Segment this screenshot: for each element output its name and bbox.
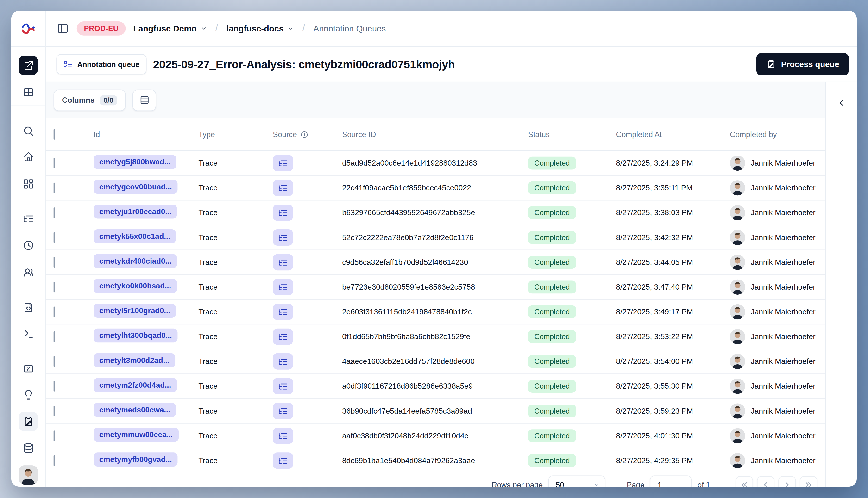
avatar-photo [730,255,745,270]
item-id-pill[interactable]: cmetykdr400ciad0... [93,254,177,268]
clock-icon [22,239,34,251]
type-cell: Trace [198,382,273,390]
source-trace-chip[interactable] [273,229,293,246]
item-id-pill[interactable]: cmetylt3m00d2ad... [93,353,175,367]
source-trace-chip[interactable] [273,403,293,419]
source-id-cell: 8dc69b1ba1e540b4d084a7f9262a3aae [342,456,528,465]
item-id-pill[interactable]: cmetymmuw00cea... [93,428,178,442]
sidebar-item-external-link[interactable] [18,56,38,75]
completed-at-cell: 8/27/2025, 3:53:22 PM [616,332,730,341]
source-trace-chip[interactable] [273,155,293,171]
row-checkbox[interactable] [54,257,55,267]
source-trace-chip[interactable] [273,329,293,345]
column-header-source[interactable]: Source [273,130,342,139]
item-id-pill[interactable]: cmetyg5j800bwad... [93,155,176,169]
sidebar-item-user-avatar[interactable] [18,465,38,485]
sidebar-item-home[interactable] [18,147,38,166]
sidebar-item-file-code[interactable] [18,298,38,317]
item-id-pill[interactable]: cmetyk55x00c1ad... [93,229,176,244]
process-queue-button[interactable]: Process queue [756,53,849,76]
breadcrumb-project-selector[interactable]: langfuse-docs [226,24,294,33]
pagination-chevrons-right-button[interactable] [800,476,817,487]
source-id-cell: 0f1dd65b7bb9bf6ba8a6cbb82c1529fe [342,332,528,341]
completed-by-cell: Jannik Maierhoefer [730,230,820,245]
column-header-completed-by[interactable]: Completed by [730,130,820,139]
source-id-cell: 2e603f31361115db24198478840b1f2c [342,307,528,316]
pagination-chevron-left-button[interactable] [757,476,775,487]
item-id-pill[interactable]: cmetyko0k00bsad... [93,279,177,293]
row-checkbox[interactable] [54,306,55,317]
search-icon [22,125,34,136]
row-checkbox[interactable] [54,430,55,441]
expand-panel-button[interactable] [833,95,849,110]
avatar-photo [730,279,745,295]
column-header-source-id[interactable]: Source ID [342,130,528,139]
item-id-pill[interactable]: cmetyju1r00ccad0... [93,205,177,219]
sidebar-item-database[interactable] [18,438,38,458]
sidebar-item-terminal[interactable] [18,324,38,343]
item-id-pill[interactable]: cmetyl5r100grad0... [93,304,176,318]
column-header-completed-at[interactable]: Completed At [616,130,730,139]
rows-per-page-select[interactable]: 50 [548,475,606,487]
row-checkbox[interactable] [54,281,55,292]
source-trace-chip[interactable] [273,205,293,221]
sidebar-item-search[interactable] [18,121,38,140]
column-header-type[interactable]: Type [198,130,273,139]
row-checkbox[interactable] [54,207,55,218]
breadcrumb-org-selector[interactable]: Langfuse Demo [133,24,207,33]
list-tree-icon [278,456,288,466]
sidebar-item-list-tree[interactable] [18,209,38,228]
avatar-photo [730,403,745,418]
row-checkbox[interactable] [54,356,55,367]
breadcrumb-section[interactable]: Annotation Queues [313,24,386,33]
type-cell: Trace [198,283,273,291]
rows-per-page-value: 50 [556,481,564,487]
source-trace-chip[interactable] [273,428,293,444]
item-id-pill[interactable]: cmetymyfb00gvad... [93,452,178,467]
row-checkbox[interactable] [54,232,55,243]
item-id-pill[interactable]: cmetymeds00cwa... [93,403,176,417]
sidebar-item-lightbulb[interactable] [18,385,38,405]
row-checkbox[interactable] [54,157,55,168]
item-id-pill[interactable]: cmetym2fz00d4ad... [93,378,177,392]
source-trace-chip[interactable] [273,254,293,271]
source-trace-chip[interactable] [273,378,293,394]
item-id-pill[interactable]: cmetygeov00buad... [93,180,178,194]
column-header-id[interactable]: Id [93,130,198,139]
sidebar-item-dashboard[interactable] [18,174,38,193]
avatar-photo [730,354,745,369]
source-trace-chip[interactable] [273,353,293,370]
table-footer: Rows per page 50 Page of 1 [46,473,825,487]
page-number-input[interactable] [650,475,692,487]
columns-button[interactable]: Columns 8/8 [54,89,126,111]
column-header-status[interactable]: Status [528,130,616,139]
completed-at-cell: 8/27/2025, 3:42:32 PM [616,233,730,241]
sidebar-toggle-icon[interactable] [56,22,69,35]
sidebar-item-table[interactable] [18,82,38,102]
row-checkbox[interactable] [54,380,55,391]
avatar [730,304,745,319]
row-checkbox[interactable] [54,405,55,416]
source-trace-chip[interactable] [273,180,293,196]
row-checkbox[interactable] [54,331,55,342]
source-trace-chip[interactable] [273,304,293,320]
row-height-button[interactable] [132,89,156,111]
row-checkbox[interactable] [54,455,55,466]
source-trace-chip[interactable] [273,452,293,469]
sidebar-item-users[interactable] [18,262,38,282]
sidebar-item-percent-card[interactable] [18,359,38,378]
type-cell: Trace [198,307,273,316]
source-trace-chip[interactable] [273,279,293,295]
item-id-pill[interactable]: cmetylht300bqad0... [93,329,178,343]
annotation-queue-badge: Annotation queue [56,54,146,74]
langfuse-logo[interactable] [11,11,45,47]
pagination-chevron-right-button[interactable] [778,476,796,487]
pagination-chevrons-left-button[interactable] [736,476,753,487]
completed-by-cell: Jannik Maierhoefer [730,453,820,468]
sidebar-item-clock[interactable] [18,236,38,255]
select-all-checkbox[interactable] [54,129,55,140]
completed-by-cell: Jannik Maierhoefer [730,329,820,344]
sidebar-item-clipboard-pen[interactable] [18,412,38,431]
row-checkbox[interactable] [54,182,55,193]
completed-by-name: Jannik Maierhoefer [751,407,815,415]
